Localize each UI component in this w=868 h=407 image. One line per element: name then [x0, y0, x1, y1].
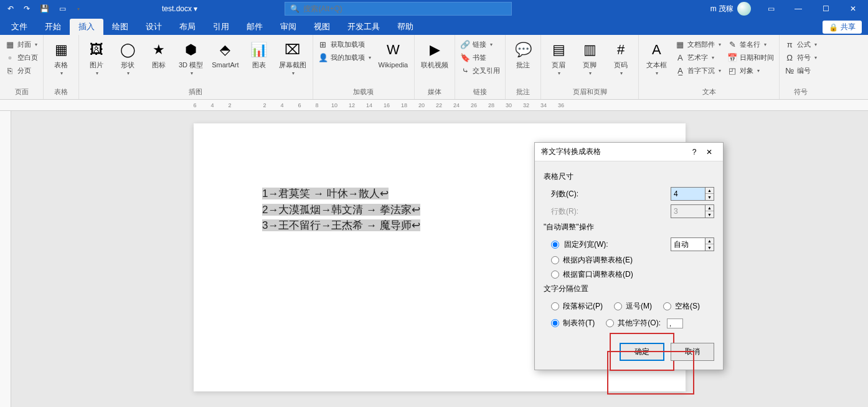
signature-button[interactable]: ✎签名行▾ [726, 39, 775, 50]
maximize-icon[interactable]: ☐ [813, 0, 838, 17]
chart-button[interactable]: 📊图表 [245, 39, 273, 70]
undo-icon[interactable]: ↶ [5, 3, 16, 14]
page-break-button[interactable]: ⎘分页 [4, 65, 39, 76]
header-button[interactable]: ▤页眉▾ [545, 39, 572, 77]
minimize-icon[interactable]: — [786, 0, 811, 17]
tab-help[interactable]: 帮助 [389, 19, 422, 35]
doc-line-1[interactable]: 1→君莫笑 → 叶休→散人↩ [262, 188, 389, 199]
ribbon-display-icon[interactable]: ▭ [758, 0, 783, 17]
tab-home[interactable]: 开始 [36, 19, 70, 35]
group-text-label: 文本 [702, 86, 716, 98]
pictures-button[interactable]: 🖼图片▾ [83, 39, 110, 77]
vertical-ruler[interactable] [0, 111, 11, 407]
rows-input [671, 204, 705, 218]
width-up-icon[interactable]: ▲ [705, 238, 714, 244]
screenshot-button[interactable]: ⌧屏幕截图▾ [276, 39, 309, 77]
convert-text-to-table-dialog: 将文字转换成表格 ? ✕ 表格尺寸 列数(C): ▲▼ 行数(R): ▲▼ "自… [534, 142, 724, 370]
textbox-button[interactable]: A文本框▾ [643, 39, 670, 77]
autosave-icon[interactable]: ▭ [57, 3, 68, 14]
sep-space-radio[interactable] [663, 302, 671, 310]
search-box[interactable]: 🔍 [285, 2, 512, 16]
symbol-button[interactable]: Ω符号▾ [783, 52, 818, 63]
fit-content-radio[interactable] [551, 256, 559, 264]
group-tables-label: 表格 [54, 86, 68, 98]
fit-window-radio[interactable] [551, 271, 559, 279]
rows-label: 行数(R): [551, 206, 666, 217]
cancel-button[interactable]: 取消 [671, 343, 714, 361]
dialog-close-icon[interactable]: ✕ [702, 148, 717, 156]
smartart-button[interactable]: ⬘SmartArt [209, 39, 241, 70]
pagenumber-button[interactable]: #页码▾ [607, 39, 634, 77]
footer-button[interactable]: ▥页脚▾ [576, 39, 603, 77]
tab-mailings[interactable]: 邮件 [238, 19, 271, 35]
redo-icon[interactable]: ↷ [21, 3, 32, 14]
columns-input[interactable] [671, 187, 705, 201]
datetime-button[interactable]: 📅日期和时间 [726, 52, 775, 63]
table-button[interactable]: ▦表格▾ [47, 39, 75, 77]
quickparts-button[interactable]: ▦文档部件▾ [674, 39, 722, 50]
cover-page-button[interactable]: ▦封面▾ [4, 39, 39, 50]
my-addins-button[interactable]: 👤我的加载项▾ [317, 52, 372, 63]
fit-content-label: 根据内容调整表格(E) [563, 255, 633, 266]
tab-file[interactable]: 文件 [2, 19, 36, 35]
wikipedia-button[interactable]: WWikipedia [376, 39, 411, 70]
ok-button[interactable]: 确定 [620, 343, 664, 361]
doc-line-2[interactable]: 2→大漠孤烟→韩文清 → 拳法家↩ [262, 204, 420, 216]
save-icon[interactable]: 💾 [37, 3, 52, 14]
sep-tab-radio[interactable] [551, 319, 559, 327]
sep-comma-radio[interactable] [614, 302, 622, 310]
group-pages-label: 页面 [15, 86, 29, 98]
dropcap-button[interactable]: A̲首字下沉▾ [674, 65, 722, 76]
width-down-icon[interactable]: ▼ [705, 244, 714, 251]
crossref-button[interactable]: ⤷交叉引用 [459, 65, 501, 76]
tab-design[interactable]: 设计 [137, 19, 171, 35]
link-button[interactable]: 🔗链接▾ [459, 39, 501, 50]
columns-label: 列数(C): [551, 189, 666, 199]
tab-references[interactable]: 引用 [204, 19, 238, 35]
wordart-button[interactable]: A艺术字▾ [674, 52, 722, 63]
rows-up-icon: ▲ [705, 205, 714, 211]
dialog-help-icon[interactable]: ? [687, 148, 702, 156]
document-title: test.docx ▾ [162, 4, 197, 13]
tab-layout[interactable]: 布局 [171, 19, 204, 35]
3dmodel-button[interactable]: ⬢3D 模型▾ [176, 39, 205, 77]
user-name: m 茂稼 [710, 4, 734, 14]
tab-developer[interactable]: 开发工具 [339, 19, 389, 35]
get-addins-button[interactable]: ⊞获取加载项 [317, 39, 372, 50]
number-button[interactable]: №编号 [783, 65, 818, 76]
horizontal-ruler[interactable]: 64224681012141618202224262830323436 [0, 100, 868, 111]
share-button[interactable]: 🔒 共享 [823, 21, 862, 34]
sep-other-input[interactable] [667, 318, 683, 328]
group-illustrations-label: 插图 [189, 86, 202, 98]
group-headerfooter-label: 页眉和页脚 [573, 86, 607, 98]
shapes-button[interactable]: ◯形状▾ [114, 39, 141, 77]
close-icon[interactable]: ✕ [841, 0, 866, 17]
search-icon: 🔍 [290, 4, 300, 13]
sep-paragraph-radio[interactable] [551, 302, 559, 310]
group-media-label: 媒体 [428, 86, 441, 98]
tab-view[interactable]: 视图 [305, 19, 339, 35]
comment-button[interactable]: 💬批注 [509, 39, 537, 70]
dialog-title: 将文字转换成表格 [541, 146, 687, 157]
section-autofit: "自动调整"操作 [544, 222, 714, 232]
blank-page-button[interactable]: ▫空白页 [4, 52, 39, 63]
fixed-width-radio[interactable] [551, 241, 559, 249]
search-input[interactable] [303, 4, 506, 13]
doc-line-3[interactable]: 3→王不留行→王杰希 → 魔导师↩ [262, 219, 420, 231]
columns-down-icon[interactable]: ▼ [705, 194, 714, 200]
group-comments-label: 批注 [516, 86, 530, 98]
bookmark-button[interactable]: 🔖书签 [459, 52, 501, 63]
online-video-button[interactable]: ▶联机视频 [418, 39, 451, 70]
columns-up-icon[interactable]: ▲ [705, 188, 714, 194]
qat-dropdown-icon[interactable]: ▾ [75, 5, 82, 13]
tab-insert[interactable]: 插入 [70, 19, 103, 35]
sep-other-radio[interactable] [606, 319, 614, 327]
avatar [737, 2, 751, 16]
user-account[interactable]: m 茂稼 [710, 2, 751, 16]
tab-draw[interactable]: 绘图 [103, 19, 137, 35]
icons-button[interactable]: ★图标 [145, 39, 172, 70]
object-button[interactable]: ◰对象▾ [726, 65, 775, 76]
equation-button[interactable]: π公式▾ [783, 39, 818, 50]
tab-review[interactable]: 审阅 [271, 19, 305, 35]
fixed-width-input[interactable] [671, 237, 705, 251]
